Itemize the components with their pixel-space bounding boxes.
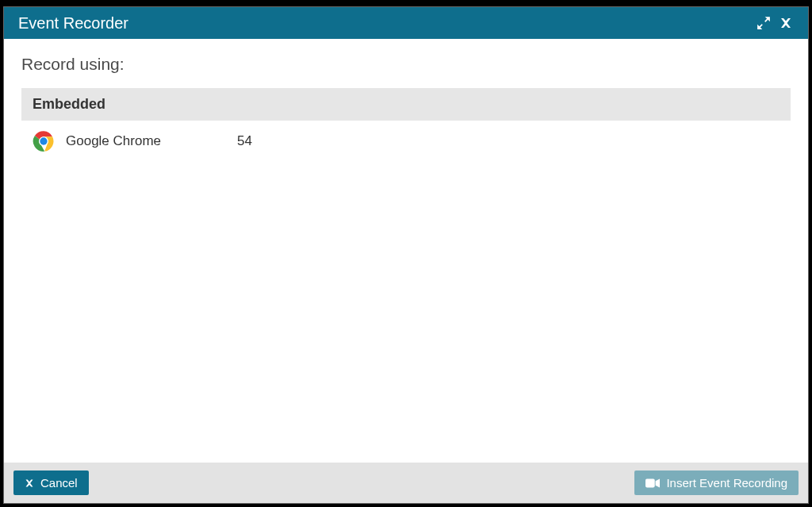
- chrome-icon: [33, 130, 55, 152]
- insert-label: Insert Event Recording: [666, 476, 787, 490]
- dialog-header: Event Recorder: [4, 7, 808, 39]
- browser-row-chrome[interactable]: Google Chrome 54: [21, 121, 791, 162]
- videocamera-icon: [645, 478, 660, 489]
- section-header-embedded: Embedded: [21, 88, 791, 121]
- dialog-title: Event Recorder: [18, 14, 753, 33]
- svg-rect-3: [645, 478, 655, 487]
- browser-version: 54: [237, 133, 252, 149]
- dialog-footer: Cancel Insert Event Recording: [4, 463, 808, 503]
- cancel-button[interactable]: Cancel: [13, 471, 89, 495]
- close-icon[interactable]: [775, 12, 797, 34]
- insert-event-recording-button[interactable]: Insert Event Recording: [634, 471, 799, 495]
- cancel-x-icon: [25, 478, 34, 488]
- dialog-body: Record using: Embedded Google Chrome 54: [4, 39, 808, 463]
- event-recorder-dialog: Event Recorder Record using: Embedded: [3, 6, 809, 504]
- svg-point-2: [40, 137, 47, 144]
- expand-icon[interactable]: [753, 12, 775, 34]
- record-using-label: Record using:: [21, 55, 791, 74]
- cancel-label: Cancel: [40, 476, 78, 490]
- browser-name: Google Chrome: [55, 133, 237, 149]
